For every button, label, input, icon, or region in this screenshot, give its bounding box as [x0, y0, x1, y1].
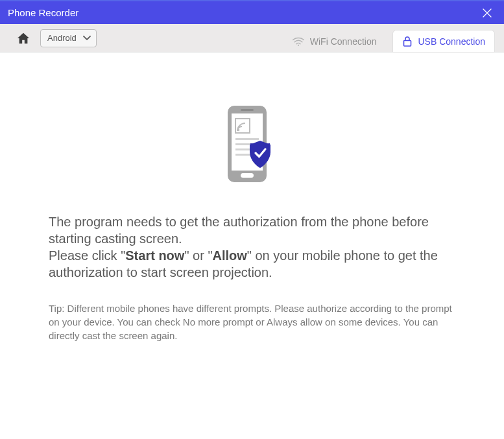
content-area: The program needs to get the authorizati…	[0, 53, 504, 439]
svg-point-7	[237, 129, 239, 132]
instruction-line2-mid: " or "	[184, 248, 212, 263]
instruction-line2-pre: Please click "	[49, 248, 125, 263]
home-icon	[16, 32, 30, 45]
authorization-illustration	[49, 104, 455, 187]
titlebar: Phone Recorder	[0, 0, 504, 24]
svg-point-0	[298, 44, 299, 45]
home-button[interactable]	[12, 29, 35, 48]
instruction-startnow: Start now	[125, 248, 184, 263]
svg-rect-11	[235, 154, 251, 156]
tab-wifi-connection[interactable]: WiFi Connection	[282, 30, 387, 52]
instruction-text: The program needs to get the authorizati…	[49, 213, 455, 281]
tab-wifi-label: WiFi Connection	[310, 36, 377, 47]
tab-usb-label: USB Connection	[418, 36, 485, 47]
svg-rect-5	[241, 173, 254, 178]
app-window: Phone Recorder Android	[0, 0, 504, 439]
close-button[interactable]	[478, 4, 496, 22]
close-icon	[483, 8, 492, 18]
toolbar: Android WiFi Connection	[0, 24, 504, 53]
instruction-allow: Allow	[213, 248, 247, 263]
window-title: Phone Recorder	[8, 7, 78, 18]
chevron-down-icon	[83, 33, 91, 43]
svg-rect-1	[404, 40, 411, 46]
tip-text: Tip: Different mobile phones have differ…	[49, 302, 455, 342]
svg-rect-8	[235, 138, 259, 140]
connection-tabs: WiFi Connection USB Connection	[282, 24, 495, 52]
svg-rect-4	[241, 109, 254, 111]
platform-selected-label: Android	[47, 33, 77, 43]
instruction-line1: The program needs to get the authorizati…	[49, 215, 429, 246]
wifi-icon	[292, 36, 305, 47]
lock-icon	[402, 36, 413, 47]
platform-selector[interactable]: Android	[40, 29, 97, 47]
tab-usb-connection[interactable]: USB Connection	[392, 30, 495, 52]
